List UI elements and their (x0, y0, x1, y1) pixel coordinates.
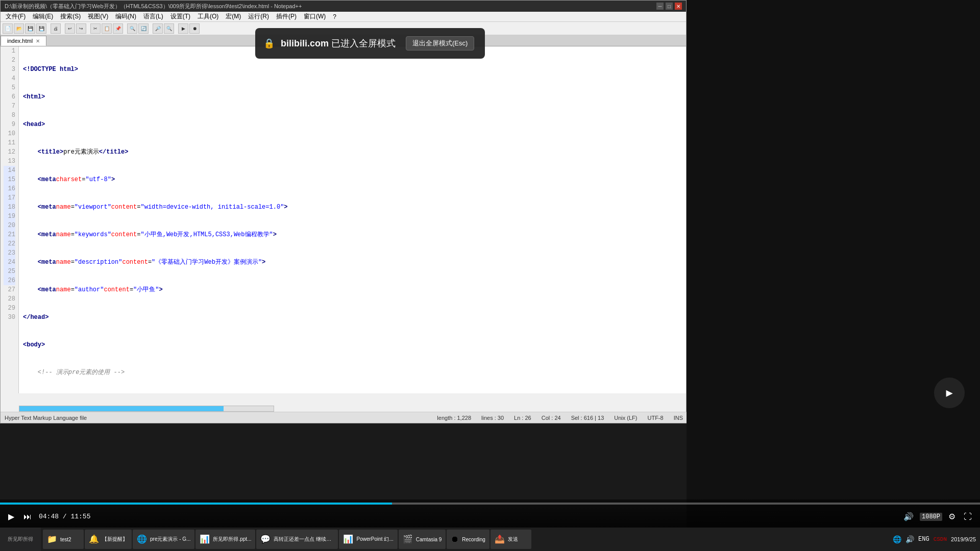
code-line-10: </head> (23, 313, 682, 322)
line-num-16: 16 (4, 184, 15, 193)
line-num-8: 8 (4, 111, 15, 120)
menu-language[interactable]: 语言(L) (140, 12, 166, 21)
toolbar-run-macro[interactable]: ⏺ (189, 23, 200, 34)
clock-time: 2019/9/25 (951, 536, 976, 542)
menu-view[interactable]: 视图(V) (85, 12, 111, 21)
line-num-6: 6 (4, 92, 15, 102)
taskbar-item-send[interactable]: 📤 发送 (491, 530, 531, 549)
fullscreen-button[interactable]: ⛶ (962, 511, 974, 522)
menu-file[interactable]: 文件(F) (3, 12, 29, 21)
progress-bar[interactable] (0, 503, 980, 505)
close-button[interactable]: ✕ (675, 3, 682, 10)
line-num-18: 18 (4, 203, 15, 212)
toolbar-copy[interactable]: 📋 (102, 23, 112, 34)
taskbar-network-icon[interactable]: 🌐 (893, 535, 901, 544)
menu-macro[interactable]: 宏(M) (223, 12, 244, 21)
code-line-11: <body> (23, 340, 682, 349)
line-num-15: 15 (4, 175, 15, 184)
bilibili-brand-text: bilibili.com 已进入全屏模式 (281, 37, 396, 49)
notepad-window: D:\新录制的视频\（零基础入门学习Web开发）（HTML5&CSS3）\009… (0, 0, 687, 423)
taskbar-item-camtasia[interactable]: 🎬 Camtasia 9 (399, 530, 446, 549)
taskbar-item-ppt[interactable]: 📊 所见即所得.ppt... (195, 530, 255, 549)
exit-fullscreen-button[interactable]: 退出全屏模式(Esc) (406, 36, 474, 51)
status-lines: lines : 30 (481, 415, 504, 421)
line-num-4: 4 (4, 74, 15, 83)
toolbar-run[interactable]: ▶ (178, 23, 188, 34)
toolbar-cut[interactable]: ✂ (90, 23, 101, 34)
line-numbers: 1 2 3 4 5 6 7 8 9 10 11 12 13 14 15 16 1… (1, 46, 19, 393)
settings-button[interactable]: ⚙ (946, 511, 958, 522)
powerpoint-icon: 📊 (343, 534, 353, 544)
taskbar-item-folder[interactable]: 📁 test2 (43, 530, 84, 549)
horizontal-scrollbar[interactable] (19, 406, 274, 412)
toolbar-new[interactable]: 📄 (3, 23, 13, 34)
line-num-7: 7 (4, 102, 15, 111)
status-ln: Ln : 26 (514, 415, 531, 421)
tab-label: index.html (7, 38, 33, 44)
video-panel: ▶ (687, 0, 980, 551)
taskbar-item-chat[interactable]: 💬 高转正还差一点点 继续答... (256, 530, 338, 549)
toolbar-paste[interactable]: 📌 (113, 23, 123, 34)
taskbar-lang-icon: ENG (918, 536, 929, 543)
play-pause-button[interactable]: ▶ (6, 511, 16, 522)
toolbar-print[interactable]: 🖨 (51, 23, 61, 34)
menu-edit[interactable]: 编辑(E) (30, 12, 56, 21)
menu-help[interactable]: ? (330, 13, 339, 21)
taskbar-csdn-icon[interactable]: CSDN (934, 536, 947, 542)
toolbar-zoom-in[interactable]: 🔎 (153, 23, 163, 34)
play-overlay-button[interactable]: ▶ (934, 378, 965, 408)
taskbar-item-recording[interactable]: ⏺ Recording (447, 530, 489, 549)
controls-right: 🔊 1080P ⚙ ⛶ (901, 511, 974, 522)
scrollbar-thumb (19, 406, 224, 411)
toolbar-redo[interactable]: ↪ (76, 23, 86, 34)
volume-button[interactable]: 🔊 (901, 511, 916, 522)
line-num-14: 14 (4, 166, 15, 175)
line-num-20: 20 (4, 221, 15, 230)
line-num-21: 21 (4, 230, 15, 239)
menu-settings[interactable]: 设置(T) (167, 12, 193, 21)
code-line-2: <html> (23, 92, 682, 102)
editor-area[interactable]: 1 2 3 4 5 6 7 8 9 10 11 12 13 14 15 16 1… (1, 46, 686, 393)
play-icon: ▶ (946, 386, 952, 400)
menu-run[interactable]: 运行(R) (245, 12, 272, 21)
tab-close-icon[interactable]: ✕ (36, 38, 40, 44)
menu-window[interactable]: 窗口(W) (301, 12, 329, 21)
taskbar-item-bell[interactable]: 🔔 【新提醒】 (85, 530, 132, 549)
menu-plugins[interactable]: 插件(P) (273, 12, 300, 21)
code-line-5: <meta charset="utf-8"> (23, 175, 682, 184)
line-num-1: 1 (4, 46, 15, 56)
toolbar-save-all[interactable]: 💾 (36, 23, 46, 34)
browser-icon: 🌐 (137, 534, 147, 544)
toolbar-save[interactable]: 💾 (25, 23, 35, 34)
taskbar-volume-icon[interactable]: 🔊 (905, 535, 914, 544)
toolbar-open[interactable]: 📂 (14, 23, 24, 34)
code-line-3: <head> (23, 120, 682, 129)
bell-icon: 🔔 (89, 534, 99, 544)
taskbar-item-browser[interactable]: 🌐 pre元素演示 - G... (133, 530, 194, 549)
taskbar-item-powerpoint[interactable]: 📊 PowerPoint 幻... (339, 530, 397, 549)
toolbar-find[interactable]: 🔍 (127, 23, 137, 34)
tab-index-html[interactable]: index.html ✕ (1, 36, 46, 46)
line-num-9: 9 (4, 120, 15, 129)
toolbar-replace[interactable]: 🔄 (138, 23, 149, 34)
taskbar-item-label: Recording (462, 537, 485, 542)
menu-encoding[interactable]: 编码(N) (112, 12, 139, 21)
line-num-2: 2 (4, 56, 15, 65)
taskbar-item-label: 发送 (508, 536, 518, 543)
status-length: length : 1,228 (437, 415, 471, 421)
code-editor[interactable]: <!DOCTYPE html> <html> <head> <title>pre… (19, 46, 686, 393)
line-num-22: 22 (4, 239, 15, 248)
menu-tools[interactable]: 工具(O) (194, 12, 222, 21)
time-current: 04:48 / 11:55 (39, 513, 90, 520)
toolbar-undo[interactable]: ↩ (65, 23, 75, 34)
line-num-29: 29 (4, 304, 15, 313)
maximize-button[interactable]: □ (666, 3, 673, 10)
menu-search[interactable]: 搜索(S) (57, 12, 84, 21)
menu-bar: 文件(F) 编辑(E) 搜索(S) 视图(V) 编码(N) 语言(L) 设置(T… (1, 12, 686, 22)
line-num-3: 3 (4, 65, 15, 74)
status-col: Col : 24 (542, 415, 561, 421)
minimize-button[interactable]: ─ (656, 3, 664, 10)
next-button[interactable]: ⏭ (21, 511, 34, 522)
toolbar-zoom-out[interactable]: 🔍 (164, 23, 174, 34)
folder-icon: 📁 (47, 534, 57, 544)
